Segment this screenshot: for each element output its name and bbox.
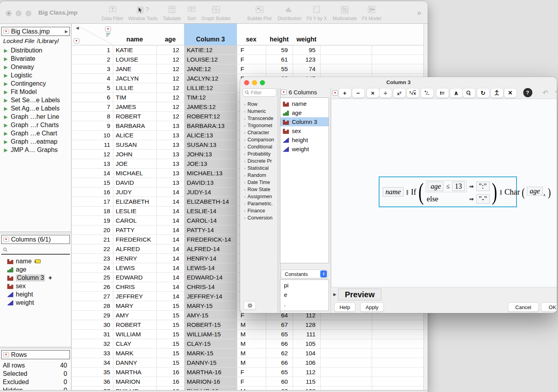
divide-button[interactable]: ÷: [379, 88, 392, 98]
table-cell[interactable]: 104: [293, 349, 320, 358]
table-cell[interactable]: 6: [71, 93, 113, 102]
table-cell[interactable]: 29: [71, 311, 113, 320]
table-cell[interactable]: 8: [71, 112, 113, 121]
function-group-statistical[interactable]: ›Statistical: [244, 165, 274, 172]
table-cell[interactable]: JACLYN: [113, 74, 156, 83]
table-cell[interactable]: WILLIAM: [113, 330, 156, 339]
table-cell[interactable]: LESLIE: [113, 206, 156, 216]
subtract-button[interactable]: −: [352, 88, 365, 98]
constant-item[interactable]: .: [284, 309, 329, 311]
table-cell[interactable]: TIM:12: [184, 93, 237, 102]
caret-button[interactable]: ∧: [450, 88, 463, 98]
table-cell[interactable]: LOUISE: [113, 55, 156, 64]
table-cell[interactable]: 18: [71, 206, 113, 216]
function-group-row[interactable]: ›Row: [244, 101, 274, 108]
redo-button[interactable]: ↷: [555, 89, 557, 97]
table-cell[interactable]: 30: [71, 320, 113, 329]
table-cell[interactable]: MARY-15: [184, 301, 237, 310]
disclosure-triangle-icon[interactable]: ▶: [4, 139, 8, 144]
table-cell[interactable]: 123: [293, 55, 320, 64]
table-cell[interactable]: LESLIE-14: [184, 206, 237, 216]
table-cell[interactable]: 14: [156, 273, 184, 282]
table-cell[interactable]: HENRY-14: [184, 254, 237, 263]
preview-toggle[interactable]: Preview: [338, 289, 381, 300]
table-cell[interactable]: ROBERT: [113, 112, 156, 121]
red-triangle-icon[interactable]: ▼: [105, 26, 111, 32]
table-cell[interactable]: ALICE:13: [184, 131, 237, 140]
help-button[interactable]: ?: [523, 88, 532, 97]
formula-canvas[interactable]: name ∥ If ( age ≤ 13 ⇒ ":" else ⇒ "-" ): [331, 99, 557, 287]
table-cell[interactable]: LILLIE: [113, 83, 156, 92]
function-group-transcende[interactable]: ›Transcende: [244, 115, 274, 122]
dialog-column-height[interactable]: height: [280, 135, 329, 144]
analysis-item-graph-e-chart[interactable]: ▶Graph …e Chart: [0, 129, 71, 137]
table-cell[interactable]: 12: [156, 64, 184, 73]
power-button[interactable]: xy: [393, 88, 406, 98]
analysis-item-logistic[interactable]: ▶Logistic: [0, 71, 71, 79]
table-cell[interactable]: MICHAEL: [113, 169, 156, 178]
table-cell[interactable]: 12: [156, 45, 184, 54]
disclosure-triangle-icon[interactable]: ▶: [4, 106, 8, 111]
t-equals-button[interactable]: t=: [436, 88, 449, 98]
table-cell[interactable]: JANE:12: [184, 64, 237, 73]
table-cell[interactable]: 15: [156, 339, 184, 348]
disclosure-triangle-icon[interactable]: ▶: [4, 147, 8, 153]
function-group-numeric[interactable]: ›Numeric: [244, 108, 274, 115]
disclosure-triangle-icon[interactable]: ▶: [4, 131, 8, 136]
table-cell[interactable]: BARBARA:13: [184, 121, 237, 130]
analysis-item-graph-r-charts[interactable]: ▶Graph …r Charts: [0, 121, 71, 129]
disclosure-triangle-icon[interactable]: ▶: [4, 114, 8, 120]
function-group-character[interactable]: ›Character: [244, 129, 274, 136]
table-row[interactable]: 33MARK15MARK-15M62104: [71, 349, 428, 358]
column-item-height[interactable]: height: [0, 290, 71, 298]
column-list-icon[interactable]: [106, 33, 111, 37]
table-cell[interactable]: 16: [71, 188, 113, 197]
table-cell[interactable]: F: [237, 55, 266, 64]
table-cell[interactable]: FREDERICK-14: [184, 235, 237, 244]
if-condition[interactable]: age ≤ 13: [426, 180, 466, 192]
table-cell[interactable]: 24: [71, 263, 113, 272]
table-cell[interactable]: 62: [266, 349, 293, 358]
table-row[interactable]: 3JANE12JANE:12F5574: [71, 64, 428, 74]
toolbar-item-fit-model[interactable]: Fit Model: [362, 5, 381, 21]
table-cell[interactable]: 12: [156, 74, 184, 83]
column-item-weight[interactable]: weight: [0, 298, 71, 307]
table-cell[interactable]: F: [237, 64, 266, 73]
table-cell[interactable]: 13: [156, 131, 184, 140]
table-cell[interactable]: 66: [266, 339, 293, 348]
table-cell[interactable]: 12: [71, 150, 113, 159]
table-cell[interactable]: M: [237, 320, 266, 329]
toolbar-item-data-filter[interactable]: Data Filter: [101, 5, 123, 21]
table-cell[interactable]: 27: [71, 292, 113, 301]
table-cell[interactable]: DANNY: [113, 358, 156, 367]
red-triangle-icon[interactable]: ▼: [73, 38, 79, 43]
table-cell[interactable]: 16: [156, 368, 184, 377]
table-cell[interactable]: 3: [71, 64, 113, 73]
red-triangle-icon[interactable]: ▼: [3, 352, 9, 357]
rows-panel-header[interactable]: ▼ Rows: [1, 350, 70, 359]
column-header-sex[interactable]: sex: [246, 36, 257, 43]
table-cell[interactable]: 12: [156, 112, 184, 121]
table-cell[interactable]: 10: [71, 131, 113, 140]
help-button[interactable]: Help: [334, 302, 355, 312]
table-cell[interactable]: JOE:13: [184, 159, 237, 168]
table-cell[interactable]: CAROL: [113, 216, 156, 225]
table-cell[interactable]: 20: [71, 225, 113, 234]
table-cell[interactable]: ROBERT:12: [184, 112, 237, 121]
table-cell[interactable]: LILLIE:12: [184, 83, 237, 92]
constants-dropdown[interactable]: Constants ▲▼: [281, 270, 328, 278]
table-cell[interactable]: EDWARD-14: [184, 273, 237, 282]
toolbar-item-window-tools[interactable]: ?Window Tools: [128, 5, 158, 21]
table-cell[interactable]: 36: [71, 377, 113, 386]
table-cell[interactable]: MARION-16: [184, 377, 237, 386]
table-cell[interactable]: PATTY: [113, 225, 156, 234]
table-cell[interactable]: 12: [156, 102, 184, 111]
table-cell[interactable]: 14: [156, 244, 184, 253]
disclosure-triangle-icon[interactable]: ▶: [4, 56, 8, 62]
table-cell[interactable]: 65: [266, 330, 293, 339]
table-cell[interactable]: 112: [293, 368, 320, 377]
table-cell[interactable]: CHRIS-14: [184, 282, 237, 291]
table-cell[interactable]: 95: [293, 45, 320, 54]
table-cell[interactable]: SUSAN: [113, 140, 156, 149]
table-cell[interactable]: M: [237, 339, 266, 348]
